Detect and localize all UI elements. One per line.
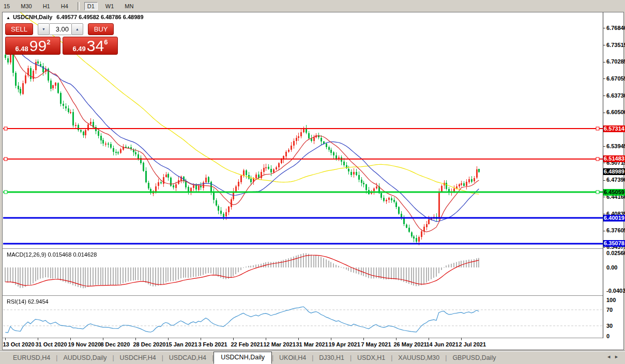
price-tick-mark <box>603 96 605 96</box>
time-tick-label: 3 Feb 2021 <box>198 341 227 347</box>
chart-tab-bar: EURUSD,H4|AUDUSD,Daily|USDCHF,H4|USDCAD,… <box>0 351 625 364</box>
price-line-badge: 6.40019 <box>603 215 625 221</box>
time-tick-label: 31 Mar 2021 <box>296 341 328 347</box>
macd-axis-label: 0.025609 <box>606 250 625 256</box>
rsi-axis-label: 70 <box>606 307 613 313</box>
chart-tab-usdx-h1[interactable]: USDX,H1 <box>352 353 391 363</box>
sell-price-pip: 2 <box>47 38 50 46</box>
timeframe-button-15[interactable]: 15 <box>1 2 13 10</box>
price-line-badge: 6.57314 <box>603 125 625 132</box>
timeframe-button-m30[interactable]: M30 <box>18 2 35 10</box>
time-tick-label: 12 Mar 2021 <box>263 341 295 347</box>
time-tick-label: 2 Jul 2021 <box>459 341 486 347</box>
volume-decrease-button[interactable]: ▼ <box>38 23 50 35</box>
time-tick-label: 22 Feb 2021 <box>231 341 263 347</box>
price-tick-mark <box>603 45 605 45</box>
macd-axis-label: 0.00 <box>606 264 617 271</box>
sell-button[interactable]: SELL <box>5 23 33 35</box>
buy-price-pip: 6 <box>104 38 108 46</box>
price-tick-mark <box>603 78 605 79</box>
rsi-axis-label: 100 <box>606 297 616 303</box>
buy-price-big: 34 <box>87 39 104 53</box>
macd-axis-label: -0.04038 <box>606 288 625 294</box>
panel-divider[interactable] <box>3 248 603 249</box>
time-tick-label: 15 Jan 2021 <box>165 341 197 347</box>
price-tick-label: 6.70285 <box>606 58 625 65</box>
time-tick-mark <box>135 338 136 340</box>
price-tick-mark <box>603 231 605 231</box>
price-line-badge: 6.35078 <box>603 240 625 247</box>
time-tick-label: 7 May 2021 <box>361 341 391 347</box>
timeframe-button-w1[interactable]: W1 <box>102 2 117 10</box>
tab-scroll-arrows: ◄► <box>606 354 622 359</box>
volume-increase-button[interactable]: ▲ <box>71 23 83 35</box>
buy-price-prefix: 6.49 <box>73 44 86 53</box>
time-tick-mark <box>233 338 234 340</box>
price-line-badge: 6.45059 <box>603 189 625 196</box>
time-tick-label: 31 Oct 2020 <box>35 341 67 347</box>
time-tick-label: 19 Apr 2021 <box>328 341 360 347</box>
time-tick-label: 26 May 2021 <box>393 341 426 347</box>
timeframe-button-mn[interactable]: MN <box>121 2 136 10</box>
time-tick-mark <box>38 338 38 340</box>
time-tick-mark <box>201 338 201 340</box>
chart-tab-usdcnh-daily[interactable]: USDCNH,Daily <box>214 352 272 364</box>
rsi-axis-label: 0 <box>606 333 609 339</box>
trade-controls-row: SELL ▼ ▲ BUY <box>5 23 120 35</box>
time-tick-label: 8 Dec 2020 <box>100 341 130 347</box>
time-tick-label: 19 Nov 2020 <box>68 341 101 347</box>
one-click-trading-panel: SELL ▼ ▲ BUY 6.48992 6.49346 <box>5 23 120 55</box>
buy-price-tile[interactable]: 6.49346 <box>63 37 118 55</box>
time-tick-mark <box>103 338 103 340</box>
time-tick-mark <box>429 338 429 340</box>
price-line-badge: 6.51483 <box>603 155 625 162</box>
price-tick-label: 6.47390 <box>606 177 625 183</box>
chart-tab-eurusd-h4[interactable]: EURUSD,H4 <box>7 353 56 363</box>
chart-tab-gbpusd-daily[interactable]: GBPUSD,Daily <box>447 353 501 363</box>
collapse-chart-icon[interactable]: ▲ <box>6 15 10 20</box>
time-tick-label: 14 Jun 2021 <box>426 341 458 347</box>
price-tick-mark <box>603 247 605 248</box>
time-tick-label: 13 Oct 2020 <box>3 341 34 347</box>
chart-title: ▲USDCNH,Daily6.49577 6.49582 6.48786 6.4… <box>6 14 144 20</box>
price-tick-label: 6.53945 <box>606 143 625 149</box>
buy-button[interactable]: BUY <box>88 23 114 35</box>
time-tick-mark <box>331 338 331 340</box>
chart-tab-usdchf-h4[interactable]: USDCHF,H4 <box>114 353 162 363</box>
sell-price-tile[interactable]: 6.48992 <box>5 37 60 55</box>
price-tick-mark <box>603 163 605 163</box>
chart-tab-ukoil-h4[interactable]: UKOil,H4 <box>273 353 312 363</box>
chart-tab-dj30-h1[interactable]: DJ30,H1 <box>313 353 350 363</box>
price-tick-label: 6.60500 <box>606 109 625 115</box>
volume-input[interactable] <box>50 23 71 35</box>
macd-header-label: MACD(12,26,9) 0.015468 0.014628 <box>7 251 97 258</box>
price-tick-mark <box>603 197 605 197</box>
time-tick-mark <box>70 338 71 340</box>
tab-scroll-left-icon[interactable]: ◄ <box>606 354 614 359</box>
time-tick-label: 28 Dec 2020 <box>133 341 165 347</box>
timeframe-button-h4[interactable]: H4 <box>58 2 71 10</box>
timeframe-button-h1[interactable]: H1 <box>40 2 53 10</box>
trade-price-tiles: 6.48992 6.49346 <box>5 37 120 55</box>
rsi-header-label: RSI(14) 62.9454 <box>7 298 49 305</box>
price-tick-mark <box>603 28 605 28</box>
chart-tab-xauusd-m30[interactable]: XAUUSD,M30 <box>392 353 445 363</box>
time-tick-mark <box>363 338 364 340</box>
price-tick-label: 6.67055 <box>606 75 625 82</box>
time-tick-mark <box>298 338 299 340</box>
panel-divider[interactable] <box>3 295 603 296</box>
chart-tab-audusd-daily[interactable]: AUDUSD,Daily <box>57 353 112 363</box>
rsi-indicator-canvas[interactable] <box>3 296 603 338</box>
price-tick-label: 6.37605 <box>606 227 625 233</box>
chart-tab-usdcad-h4[interactable]: USDCAD,H4 <box>163 353 212 363</box>
price-tick-mark <box>603 180 605 181</box>
trading-platform-window: { "toolbar":{"buttons":["15","M30","H1",… <box>0 0 625 364</box>
sell-price-big: 99 <box>29 39 47 53</box>
timeframe-button-d1[interactable]: D1 <box>84 2 98 10</box>
tab-scroll-right-icon[interactable]: ► <box>614 354 622 359</box>
time-axis[interactable]: 13 Oct 202031 Oct 202019 Nov 20208 Dec 2… <box>3 338 603 350</box>
price-tick-mark <box>603 146 605 147</box>
chart-ohlc-values: 6.49577 6.49582 6.48786 6.48989 <box>56 14 143 20</box>
rsi-axis-label: 30 <box>606 323 613 329</box>
time-tick-mark <box>461 338 462 340</box>
